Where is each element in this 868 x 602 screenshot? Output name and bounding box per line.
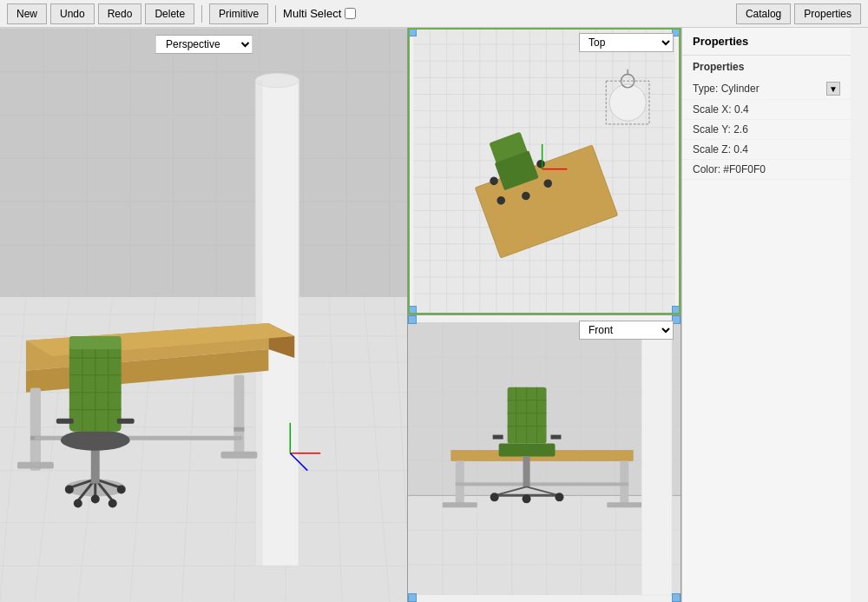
svg-rect-155 <box>493 435 503 440</box>
svg-rect-144 <box>443 502 477 507</box>
svg-point-60 <box>108 499 117 508</box>
svg-point-62 <box>61 430 130 451</box>
svg-point-57 <box>117 486 126 494</box>
perspective-view-select[interactable]: Perspective Top Front Left Right <box>155 35 253 54</box>
redo-button[interactable]: Redo <box>98 3 142 24</box>
svg-rect-125 <box>408 495 681 595</box>
svg-rect-72 <box>56 419 74 424</box>
right-panel: Top Perspective Front Left Right <box>408 28 868 602</box>
undo-button[interactable]: Undo <box>50 3 95 24</box>
toolbar-right: Catalog Properties <box>736 3 861 24</box>
front-corner-handle-bl[interactable] <box>408 593 417 602</box>
type-label: Type: Cylinder <box>693 83 826 95</box>
multiselect-label: Multi Select <box>283 7 341 20</box>
properties-panel: Properties Properties Type: Cylinder ▼ S… <box>681 28 851 602</box>
svg-point-56 <box>65 486 74 494</box>
toolbar-divider-2 <box>275 5 276 23</box>
svg-rect-43 <box>233 375 244 458</box>
svg-point-162 <box>555 493 563 501</box>
scale-x-label: Scale X: 0.4 <box>693 103 840 116</box>
corner-handle-br[interactable] <box>672 306 681 314</box>
svg-point-109 <box>609 84 646 121</box>
color-row: Color: #F0F0F0 <box>682 160 851 180</box>
svg-point-58 <box>91 495 100 504</box>
svg-rect-140 <box>641 322 672 595</box>
properties-section-title: Properties <box>682 56 851 78</box>
type-row: Type: Cylinder ▼ <box>682 78 851 100</box>
toolbar-divider <box>201 5 202 23</box>
svg-point-163 <box>523 494 531 503</box>
catalog-button[interactable]: Catalog <box>736 3 791 24</box>
svg-marker-1 <box>0 29 407 297</box>
scale-x-row: Scale X: 0.4 <box>682 100 851 120</box>
front-view-select[interactable]: Front Perspective Top Left Right <box>579 321 674 340</box>
svg-rect-146 <box>456 482 628 486</box>
svg-rect-154 <box>499 444 556 457</box>
svg-rect-37 <box>255 81 262 566</box>
toolbar: New Undo Redo Delete Primitive Multi Sel… <box>0 0 868 28</box>
multiselect-checkbox[interactable] <box>345 8 356 19</box>
svg-rect-157 <box>523 457 530 487</box>
viewport-top[interactable]: Top Perspective Front Left Right <box>408 28 681 315</box>
scale-z-label: Scale Z: 0.4 <box>693 143 840 155</box>
scale-y-label: Scale Y: 2.6 <box>693 123 840 136</box>
main-area: Perspective Top Front Left Right <box>0 28 868 602</box>
corner-handle-tl[interactable] <box>408 28 417 36</box>
svg-rect-145 <box>607 502 641 507</box>
properties-button[interactable]: Properties <box>794 3 861 24</box>
corner-handle-bl[interactable] <box>408 306 417 314</box>
svg-rect-44 <box>30 388 41 471</box>
svg-point-161 <box>490 493 499 501</box>
properties-panel-title: Properties <box>682 28 851 56</box>
front-corner-handle-br[interactable] <box>672 593 681 602</box>
front-corner-handle-tl[interactable] <box>408 315 417 324</box>
svg-rect-48 <box>220 452 257 459</box>
multiselect-container: Multi Select <box>283 7 356 20</box>
new-button[interactable]: New <box>7 3 47 24</box>
perspective-svg <box>0 28 407 602</box>
svg-rect-71 <box>69 336 122 349</box>
scale-y-row: Scale Y: 2.6 <box>682 120 851 140</box>
svg-rect-156 <box>550 435 561 440</box>
viewports-right: Top Perspective Front Left Right <box>408 28 681 602</box>
perspective-dropdown-container: Perspective Top Front Left Right <box>155 35 253 54</box>
svg-rect-46 <box>233 427 244 432</box>
svg-point-59 <box>74 499 82 508</box>
viewport-perspective[interactable]: Perspective Top Front Left Right <box>0 28 408 602</box>
primitive-button[interactable]: Primitive <box>209 3 268 24</box>
delete-button[interactable]: Delete <box>145 3 194 24</box>
svg-rect-47 <box>17 462 54 469</box>
scale-z-row: Scale Z: 0.4 <box>682 140 851 160</box>
svg-rect-73 <box>117 419 135 424</box>
top-view-svg <box>408 28 681 314</box>
svg-rect-147 <box>508 387 547 444</box>
color-label: Color: #F0F0F0 <box>693 163 840 175</box>
type-dropdown-button[interactable]: ▼ <box>826 82 840 96</box>
front-view-svg <box>408 315 681 602</box>
top-view-select[interactable]: Top Perspective Front Left Right <box>579 33 674 52</box>
perspective-scene <box>0 28 407 602</box>
viewport-front[interactable]: Front Perspective Top Left Right <box>408 315 681 602</box>
